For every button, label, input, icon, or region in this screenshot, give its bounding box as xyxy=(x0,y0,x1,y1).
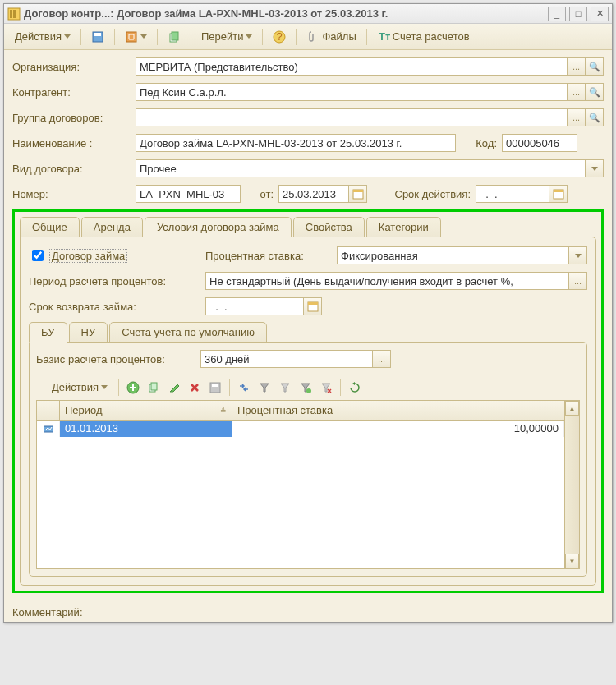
grid-actions-label: Действия xyxy=(52,381,99,393)
files-label: Файлы xyxy=(322,30,356,43)
counterparty-input[interactable] xyxy=(136,83,568,101)
delete-row-button[interactable] xyxy=(186,379,204,397)
date-input[interactable] xyxy=(278,185,349,203)
tab-lease[interactable]: Аренда xyxy=(81,217,143,237)
svg-text:?: ? xyxy=(277,30,283,43)
dropdown-icon xyxy=(64,34,71,39)
calendar-button[interactable] xyxy=(349,185,367,203)
help-icon-button[interactable]: ? xyxy=(267,27,292,47)
maximize-button[interactable]: □ xyxy=(569,7,587,21)
svg-rect-21 xyxy=(212,384,218,387)
calc-period-input[interactable] xyxy=(205,272,569,290)
name-label: Наименование : xyxy=(12,137,136,149)
grid-period-header[interactable]: Период ≜ xyxy=(60,401,232,420)
organization-label: Организация: xyxy=(12,61,136,73)
comment-label: Комментарий: xyxy=(12,606,103,618)
tab-properties[interactable]: Свойства xyxy=(293,217,365,237)
select-button[interactable]: ... xyxy=(568,108,586,126)
form-area: Организация: ... 🔍 Контрагент: ... 🔍 Гру… xyxy=(4,50,612,600)
period-header-label: Период xyxy=(65,404,103,416)
validity-input[interactable] xyxy=(476,185,549,203)
return-date-label: Срок возврата займа: xyxy=(29,301,205,313)
tab-categories[interactable]: Категории xyxy=(366,217,441,237)
grid-actions-menu[interactable]: Действия xyxy=(46,378,113,397)
search-button[interactable]: 🔍 xyxy=(586,83,604,101)
actions-label: Действия xyxy=(15,30,62,43)
swap-button[interactable] xyxy=(235,379,253,397)
tab-nu[interactable]: НУ xyxy=(69,322,108,342)
select-button[interactable]: ... xyxy=(568,57,586,76)
code-label: Код: xyxy=(461,137,497,149)
goto-menu[interactable]: Перейти xyxy=(195,27,259,46)
tab-bu[interactable]: БУ xyxy=(29,322,67,342)
grid-row[interactable]: 01.01.2013 10,00000 xyxy=(37,421,564,437)
main-toolbar: Действия Перейти ? Файлы xyxy=(4,24,612,50)
highlighted-section: Общие Аренда Условия договора займа Свой… xyxy=(12,209,604,593)
add-row-button[interactable] xyxy=(124,379,142,397)
close-button[interactable]: ✕ xyxy=(591,7,609,21)
copy-icon-button[interactable] xyxy=(162,27,186,47)
loan-contract-label: Договор займа xyxy=(49,249,127,263)
number-input[interactable] xyxy=(136,185,241,203)
actions-menu[interactable]: Действия xyxy=(9,27,76,46)
grid-icon-header[interactable] xyxy=(37,401,60,420)
dropdown-icon xyxy=(140,34,147,39)
validity-label: Срок действия: xyxy=(372,188,471,200)
basis-input[interactable] xyxy=(200,350,373,368)
scroll-down-button[interactable]: ▼ xyxy=(565,554,579,568)
svg-rect-4 xyxy=(94,33,101,36)
select-button[interactable]: ... xyxy=(373,350,391,368)
calendar-button[interactable] xyxy=(549,185,568,203)
contract-type-input[interactable] xyxy=(136,159,586,177)
loan-contract-checkbox[interactable] xyxy=(32,250,44,261)
app-icon xyxy=(7,7,21,21)
tab-content: Договор займа Процентная ставка: Период … xyxy=(20,237,596,586)
scroll-up-button[interactable]: ▲ xyxy=(565,401,579,416)
window-title: Договор контр...: Договор займа LA-PXN-M… xyxy=(24,7,548,20)
svg-text:Тт: Тт xyxy=(379,30,390,43)
dropdown-icon xyxy=(246,34,252,39)
name-input[interactable] xyxy=(136,134,456,152)
search-button[interactable]: 🔍 xyxy=(586,57,604,76)
window: Договор контр...: Договор займа LA-PXN-M… xyxy=(3,3,613,623)
tab-general[interactable]: Общие xyxy=(20,217,80,237)
filter-off-button[interactable] xyxy=(276,379,294,397)
return-date-input[interactable] xyxy=(205,297,304,315)
refresh-grid-button[interactable] xyxy=(346,379,364,397)
grid-rate-header[interactable]: Процентная ставка xyxy=(232,401,564,420)
calendar-button[interactable] xyxy=(304,297,322,315)
organization-input[interactable] xyxy=(136,57,568,76)
from-label: от: xyxy=(246,188,274,200)
dropdown-button[interactable] xyxy=(586,159,604,177)
tab-loan-terms[interactable]: Условия договора займа xyxy=(145,217,292,237)
minimize-button[interactable]: _ xyxy=(548,7,566,21)
calc-period-label: Период расчета процентов: xyxy=(29,275,205,287)
dropdown-icon xyxy=(101,385,108,389)
contract-type-label: Вид договора: xyxy=(12,163,136,175)
filter-clear-button[interactable] xyxy=(317,379,335,397)
vertical-scrollbar[interactable]: ▲ ▼ xyxy=(564,401,579,568)
filter-button[interactable] xyxy=(255,379,274,397)
contract-group-input[interactable] xyxy=(136,108,568,126)
code-input[interactable] xyxy=(502,134,577,152)
save-icon-button[interactable] xyxy=(85,27,110,47)
interest-rate-input[interactable] xyxy=(337,246,569,264)
svg-rect-12 xyxy=(353,190,363,192)
edit-row-button[interactable] xyxy=(165,379,183,397)
filter-edit-button[interactable] xyxy=(297,379,315,397)
refresh-icon-button[interactable] xyxy=(119,27,153,47)
svg-rect-16 xyxy=(308,302,318,305)
select-button[interactable]: ... xyxy=(569,272,587,290)
rate-cell: 10,00000 xyxy=(232,421,564,437)
svg-rect-7 xyxy=(172,32,178,40)
save-grid-button[interactable] xyxy=(206,379,224,397)
select-button[interactable]: ... xyxy=(568,83,586,101)
files-button[interactable]: Файлы xyxy=(301,27,361,47)
dropdown-button[interactable] xyxy=(569,246,587,264)
accounts-button[interactable]: Тт Счета расчетов xyxy=(371,27,476,47)
copy-row-button[interactable] xyxy=(145,379,163,397)
tab-default-accounts[interactable]: Счета учета по умолчанию xyxy=(109,322,267,342)
rate-header-label: Процентная ставка xyxy=(237,404,333,416)
goto-label: Перейти xyxy=(201,30,244,43)
search-button[interactable]: 🔍 xyxy=(586,108,604,126)
